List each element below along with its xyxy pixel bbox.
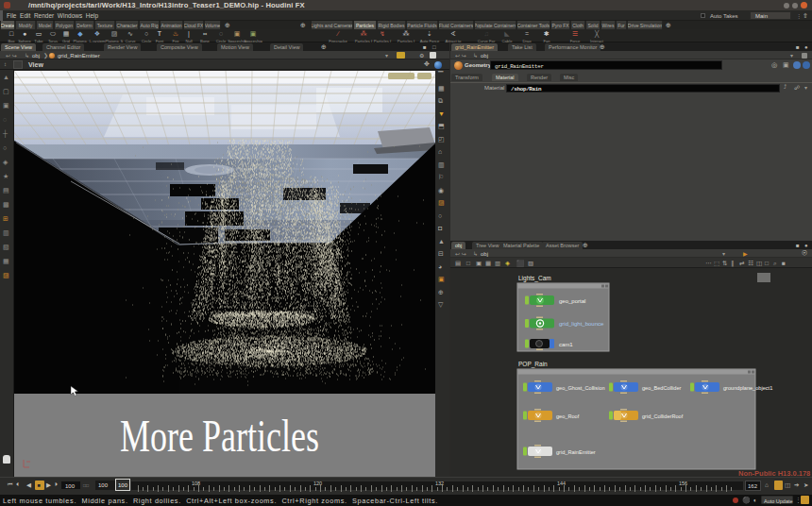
svg-text:geo_portal: geo_portal xyxy=(559,298,585,304)
svg-text:More Particles: More Particles xyxy=(120,411,319,461)
svg-text:geo_Ghost_Collision: geo_Ghost_Collision xyxy=(556,385,605,391)
svg-text:geo_Roof: geo_Roof xyxy=(556,413,580,419)
svg-text:geo_BedCollider: geo_BedCollider xyxy=(642,385,681,391)
svg-text:groundplane_object1: groundplane_object1 xyxy=(723,385,772,391)
svg-text:grid_ColliderRoof: grid_ColliderRoof xyxy=(642,413,684,419)
svg-text:cam1: cam1 xyxy=(559,342,573,347)
svg-text:POP_Rain: POP_Rain xyxy=(518,361,548,368)
svg-text:grid_light_bounce: grid_light_bounce xyxy=(559,321,604,327)
svg-text:grid_RainEmitter: grid_RainEmitter xyxy=(556,449,596,455)
svg-text:Lights_Cam: Lights_Cam xyxy=(518,275,551,282)
